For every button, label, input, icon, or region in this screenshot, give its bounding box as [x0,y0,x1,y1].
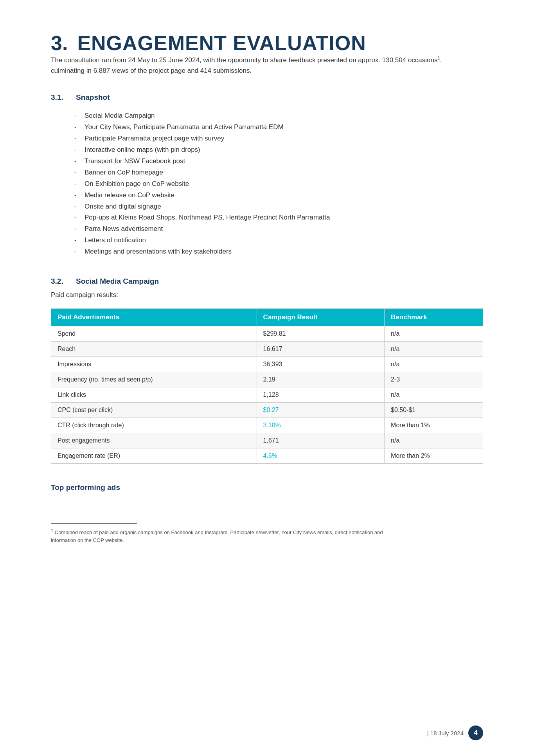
top-performing-ads-title: Top performing ads [51,483,483,492]
section-title: ENGAGEMENT EVALUATION [77,32,366,54]
table-row: CPC (cost per click)$0.27$0.50-$1 [51,402,483,418]
list-item: Media release on CoP website [74,190,483,201]
table-cell-col2: 2.19 [257,372,384,387]
table-row: Frequency (no. times ad seen p/p)2.192-3 [51,372,483,387]
list-item: Participate Parramatta project page with… [74,133,483,144]
footer-date: | 18 July 2024 [427,730,464,736]
section-heading: 3.ENGAGEMENT EVALUATION [51,31,483,55]
table-cell-col3: More than 2% [385,448,483,463]
table-cell-col2: 1,671 [257,433,384,448]
sub-section-31-label: Snapshot [76,93,110,102]
table-cell-col3: $0.50-$1 [385,402,483,418]
table-cell-col1: Reach [51,341,257,356]
list-item: Onsite and digital signage [74,201,483,212]
snapshot-list: Social Media Campaign Your City News, Pa… [51,110,483,257]
table-cell-col2: 16,617 [257,341,384,356]
paid-ads-table: Paid Advertisments Campaign Result Bench… [51,308,483,464]
table-cell-col3: 2-3 [385,372,483,387]
page-number: 4 [474,729,477,737]
table-cell-col2: 36,393 [257,356,384,372]
list-item: Parra News advertisement [74,223,483,235]
table-cell-col2: 3.10% [257,418,384,433]
paid-campaign-label: Paid campaign results: [51,291,483,299]
footnote-divider [51,523,137,524]
table-row: CTR (click through rate)3.10%More than 1… [51,418,483,433]
table-cell-col3: More than 1% [385,418,483,433]
table-row: Link clicks1,128n/a [51,387,483,402]
sub-section-32-title: 3.2. Social Media Campaign [51,277,483,286]
table-cell-col3: n/a [385,341,483,356]
top-performing-ads-section: Top performing ads [51,483,483,492]
page: 3.ENGAGEMENT EVALUATION The consultation… [0,0,534,756]
list-item: Your City News, Participate Parramatta a… [74,122,483,133]
list-item: Banner on CoP homepage [74,167,483,178]
table-header-col3: Benchmark [385,308,483,326]
footnote-text: 1 Combined reach of paid and organic cam… [51,527,403,544]
sub-section-31: 3.1. Snapshot Social Media Campaign Your… [51,93,483,257]
table-cell-col1: Impressions [51,356,257,372]
list-item: Social Media Campaign [74,110,483,122]
table-row: Post engagements1,671n/a [51,433,483,448]
sub-section-32-number: 3.2. [51,277,67,286]
intro-text-before: The consultation ran from 24 May to 25 J… [51,56,438,64]
table-cell-col1: Post engagements [51,433,257,448]
table-cell-col1: Link clicks [51,387,257,402]
table-cell-col3: n/a [385,387,483,402]
list-item: Interactive online maps (with pin drops) [74,144,483,156]
sub-section-31-number: 3.1. [51,93,67,102]
footnote-content: Combined reach of paid and organic campa… [51,529,383,543]
page-number-circle: 4 [468,725,483,740]
list-item: On Exhibition page on CoP website [74,178,483,190]
table-row: Impressions36,393n/a [51,356,483,372]
sub-section-31-title: 3.1. Snapshot [51,93,483,102]
list-item: Pop-ups at Kleins Road Shops, Northmead … [74,212,483,223]
table-header-col1: Paid Advertisments [51,308,257,326]
table-cell-col2: $0.27 [257,402,384,418]
sub-section-32: 3.2. Social Media Campaign Paid campaign… [51,277,483,492]
table-cell-col3: n/a [385,326,483,341]
table-cell-col2: $299.81 [257,326,384,341]
table-row: Reach16,617n/a [51,341,483,356]
table-cell-col1: CTR (click through rate) [51,418,257,433]
table-cell-col2: 1,128 [257,387,384,402]
table-cell-col3: n/a [385,356,483,372]
table-header-row: Paid Advertisments Campaign Result Bench… [51,308,483,326]
sub-section-32-label: Social Media Campaign [76,277,159,286]
table-row: Engagement rate (ER)4.6%More than 2% [51,448,483,463]
footnote-superscript: 1 [51,528,53,533]
table-cell-col3: n/a [385,433,483,448]
table-header-col2: Campaign Result [257,308,384,326]
table-cell-col1: Frequency (no. times ad seen p/p) [51,372,257,387]
table-cell-col1: Engagement rate (ER) [51,448,257,463]
footer: | 18 July 2024 4 [427,725,483,740]
list-item: Meetings and presentations with key stak… [74,246,483,257]
list-item: Transport for NSW Facebook post [74,156,483,167]
list-item: Letters of notification [74,235,483,246]
table-row: Spend$299.81n/a [51,326,483,341]
table-cell-col2: 4.6% [257,448,384,463]
section-number: 3. [51,32,68,54]
table-cell-col1: Spend [51,326,257,341]
intro-paragraph: The consultation ran from 24 May to 25 J… [51,55,462,76]
table-cell-col1: CPC (cost per click) [51,402,257,418]
